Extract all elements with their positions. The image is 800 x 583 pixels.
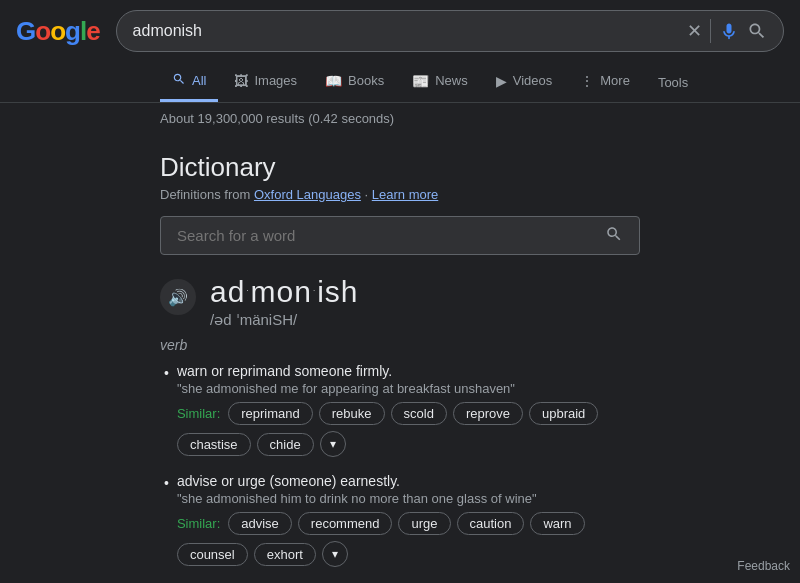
tab-videos[interactable]: ▶ Videos [484, 63, 565, 102]
definition-content-2: advise or urge (someone) earnestly. "she… [177, 473, 640, 567]
similar-chip-recommend[interactable]: recommend [298, 512, 393, 535]
source-text: Definitions from [160, 187, 250, 202]
tab-all[interactable]: All [160, 62, 218, 102]
search-input[interactable] [133, 22, 677, 40]
tab-news-label: News [435, 73, 468, 88]
definitions-list: • warn or reprimand someone firmly. "she… [160, 363, 640, 583]
oxford-languages-link[interactable]: Oxford Languages [254, 187, 361, 202]
tab-all-label: All [192, 73, 206, 88]
word-search-input[interactable] [177, 227, 595, 244]
part-of-speech: verb [160, 337, 640, 353]
definition-example-2: "she admonished him to drink no more tha… [177, 491, 640, 506]
clear-button[interactable]: ✕ [687, 20, 702, 42]
similar-chip-counsel[interactable]: counsel [177, 543, 248, 566]
similar-label-1: Similar: [177, 406, 220, 421]
similar-chip-scold[interactable]: scold [391, 402, 447, 425]
similar-chip-upbraid[interactable]: upbraid [529, 402, 598, 425]
tab-images[interactable]: 🖼 Images [222, 63, 309, 102]
tab-books-label: Books [348, 73, 384, 88]
similar-chip-exhort[interactable]: exhort [254, 543, 316, 566]
expand-similar-2[interactable]: ▾ [322, 541, 348, 567]
similar-chip-urge[interactable]: urge [398, 512, 450, 535]
tab-books[interactable]: 📖 Books [313, 63, 396, 102]
results-count: About 19,300,000 results (0.42 seconds) [0, 103, 800, 134]
definition-item-1: • warn or reprimand someone firmly. "she… [160, 363, 640, 457]
search-button[interactable] [747, 21, 767, 41]
speaker-button[interactable]: 🔊 [160, 279, 196, 315]
source-separator: · [365, 187, 372, 202]
word-pronunciation: /əd ˈmäniSH/ [210, 311, 640, 329]
search-bar[interactable]: ✕ [116, 10, 784, 52]
similar-chip-reprimand[interactable]: reprimand [228, 402, 313, 425]
learn-more-link[interactable]: Learn more [372, 187, 438, 202]
google-logo: Google [16, 16, 100, 47]
images-icon: 🖼 [234, 73, 248, 89]
dictionary-title: Dictionary [160, 152, 640, 183]
word-header: ad·mon·ish /əd ˈmäniSH/ [210, 275, 640, 329]
dictionary-source: Definitions from Oxford Languages · Lear… [160, 187, 640, 202]
expand-similar-1[interactable]: ▾ [320, 431, 346, 457]
search-divider [710, 19, 711, 43]
similar-row-1: Similar: reprimand rebuke scold reprove … [177, 402, 640, 457]
tools-button[interactable]: Tools [646, 65, 700, 100]
similar-chip-caution[interactable]: caution [457, 512, 525, 535]
search-bar-icons: ✕ [687, 19, 767, 43]
videos-icon: ▶ [496, 73, 507, 89]
similar-label-2: Similar: [177, 516, 220, 531]
similar-chip-chide[interactable]: chide [257, 433, 314, 456]
word-search-box[interactable] [160, 216, 640, 255]
similar-chip-rebuke[interactable]: rebuke [319, 402, 385, 425]
word-text: ad·mon·ish [210, 275, 359, 308]
main-content: Dictionary Definitions from Oxford Langu… [0, 134, 800, 583]
more-icon: ⋮ [580, 73, 594, 89]
definition-text-1: warn or reprimand someone firmly. [177, 363, 640, 379]
tab-more-label: More [600, 73, 630, 88]
books-icon: 📖 [325, 73, 342, 89]
tab-more[interactable]: ⋮ More [568, 63, 642, 102]
definition-item-2: • advise or urge (someone) earnestly. "s… [160, 473, 640, 567]
word-entry: 🔊 ad·mon·ish /əd ˈmäniSH/ [160, 275, 640, 329]
definition-example-1: "she admonished me for appearing at brea… [177, 381, 640, 396]
word-title: ad·mon·ish [210, 275, 640, 309]
nav-tabs: All 🖼 Images 📖 Books 📰 News ▶ Videos ⋮ M… [0, 62, 800, 103]
similar-chip-warn[interactable]: warn [530, 512, 584, 535]
similar-chip-reprove[interactable]: reprove [453, 402, 523, 425]
all-icon [172, 72, 186, 89]
tab-images-label: Images [254, 73, 297, 88]
feedback-link[interactable]: Feedback [737, 559, 790, 573]
news-icon: 📰 [412, 73, 429, 89]
similar-chip-advise[interactable]: advise [228, 512, 292, 535]
tab-news[interactable]: 📰 News [400, 63, 480, 102]
similar-chip-chastise[interactable]: chastise [177, 433, 251, 456]
definition-text-2: advise or urge (someone) earnestly. [177, 473, 640, 489]
definition-content-1: warn or reprimand someone firmly. "she a… [177, 363, 640, 457]
tab-videos-label: Videos [513, 73, 553, 88]
header: Google ✕ [0, 0, 800, 62]
word-search-button[interactable] [605, 225, 623, 246]
similar-row-2: Similar: advise recommend urge caution w… [177, 512, 640, 567]
voice-search-button[interactable] [719, 21, 739, 41]
